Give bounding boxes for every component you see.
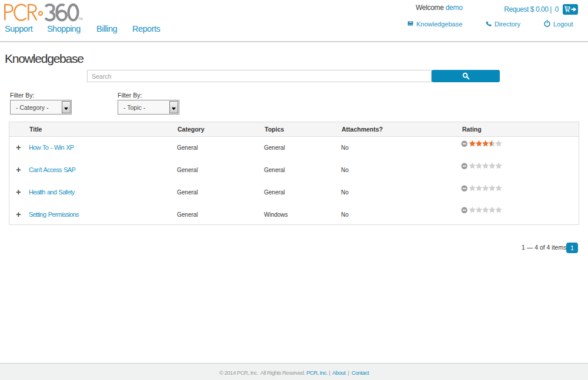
svg-text:TM: TM [79,17,83,21]
